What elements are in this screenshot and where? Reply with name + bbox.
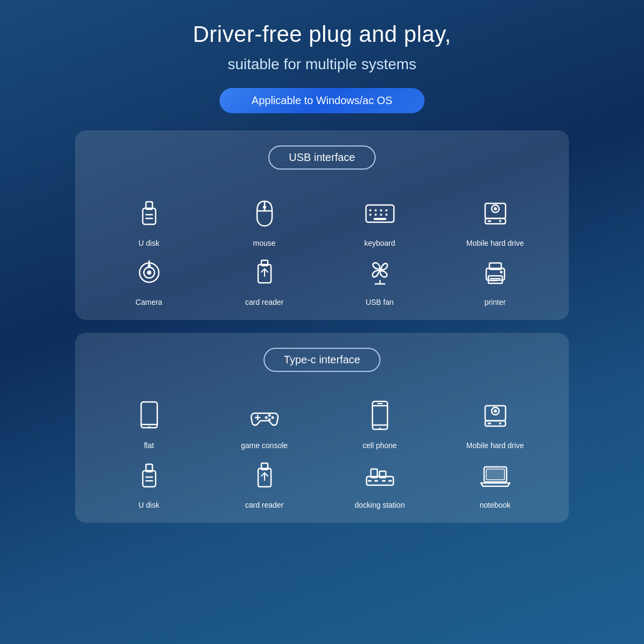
cardreader2-icon	[245, 456, 284, 495]
list-item: game console	[207, 397, 322, 450]
svg-point-32	[379, 269, 381, 271]
icon-label: keyboard	[364, 238, 396, 248]
list-item: docking station	[322, 456, 437, 510]
svg-point-22	[499, 220, 501, 222]
svg-point-6	[263, 206, 266, 209]
gamepad-icon	[245, 397, 284, 435]
icon-label: notebook	[480, 500, 511, 510]
main-title: Driver-free plug and play,	[193, 21, 451, 47]
list-item: mouse	[207, 194, 322, 248]
icon-label: cell phone	[363, 441, 397, 450]
svg-rect-61	[143, 471, 156, 487]
icon-label: USB fan	[365, 297, 393, 307]
list-item: Mobile hard drive	[437, 397, 553, 450]
svg-point-60	[499, 422, 501, 425]
icon-label: Mobile hard drive	[466, 441, 524, 450]
os-badge: Applicable to Windows/ac OS	[219, 88, 425, 113]
cardreader-icon	[245, 253, 284, 292]
icon-label: game console	[241, 441, 288, 450]
usb-interface-label: USB interface	[268, 145, 375, 170]
icon-label: printer	[485, 297, 506, 307]
mouse-icon	[245, 194, 284, 233]
svg-rect-76	[486, 469, 504, 480]
list-item: card reader	[207, 253, 322, 307]
icon-label: docking station	[355, 500, 405, 510]
typec-icons-grid: flat game console	[91, 397, 553, 509]
list-item: U disk	[91, 194, 207, 248]
udisk-icon	[130, 194, 169, 233]
list-item: Camera	[91, 253, 207, 307]
svg-point-20	[494, 207, 497, 210]
usb-card: USB interface U disk	[75, 130, 569, 320]
list-item: U disk	[91, 456, 207, 510]
list-item: Mobile hard drive	[437, 194, 553, 248]
list-item: notebook	[437, 456, 553, 510]
usb-icons-grid: U disk mouse	[91, 194, 553, 307]
svg-rect-16	[374, 218, 386, 220]
list-item: cell phone	[322, 397, 437, 450]
icon-label: Mobile hard drive	[466, 238, 524, 248]
harddrive-icon	[476, 194, 515, 233]
laptop-icon	[476, 456, 515, 495]
list-item: printer	[437, 253, 553, 307]
svg-point-25	[147, 270, 151, 275]
icon-label: card reader	[245, 297, 284, 307]
list-item: flat	[91, 397, 207, 450]
sub-title: suitable for multiple systems	[228, 56, 416, 73]
icon-label: flat	[144, 441, 154, 450]
docking-icon	[361, 456, 399, 495]
svg-point-58	[494, 409, 497, 413]
svg-point-49	[265, 416, 267, 419]
svg-point-46	[268, 414, 270, 417]
svg-point-48	[268, 419, 270, 421]
tablet-icon	[130, 397, 169, 435]
typec-card: Type-c interface flat	[75, 333, 569, 522]
svg-point-53	[379, 428, 381, 430]
list-item: keyboard	[322, 194, 437, 248]
icon-label: U disk	[138, 500, 159, 510]
icon-label: U disk	[138, 238, 159, 248]
phone-icon	[361, 397, 399, 435]
list-item: USB fan	[322, 253, 437, 307]
svg-rect-0	[143, 208, 156, 224]
icon-label: Camera	[136, 297, 163, 307]
list-item: card reader	[207, 456, 322, 510]
udisk2-icon	[130, 456, 169, 495]
icon-label: mouse	[253, 238, 275, 248]
svg-point-47	[271, 416, 274, 419]
fan-icon	[361, 253, 399, 292]
icon-label: card reader	[245, 500, 284, 510]
keyboard-icon	[361, 194, 399, 233]
svg-point-40	[500, 271, 502, 274]
printer-icon	[476, 253, 515, 292]
harddrive2-icon	[476, 397, 515, 435]
camera-icon	[130, 253, 169, 292]
svg-point-43	[148, 426, 150, 428]
typec-interface-label: Type-c interface	[264, 348, 380, 372]
